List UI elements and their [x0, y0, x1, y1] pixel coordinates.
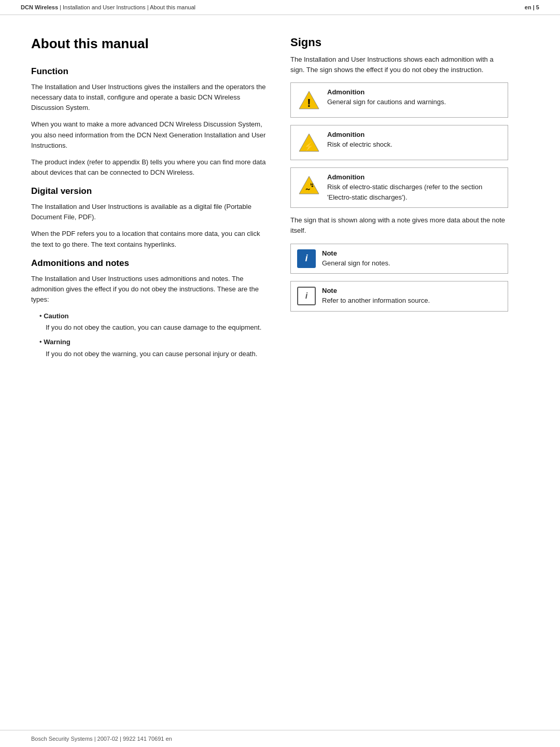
signs-intro: The Installation and User Instructions s…	[290, 54, 508, 75]
admonition2-desc: Risk of electric shock.	[327, 139, 393, 150]
admonitions-heading: Admonitions and notes	[31, 258, 270, 269]
function-para3: The product index (refer to appendix B) …	[31, 157, 270, 178]
svg-text:⚡: ⚡	[304, 142, 314, 151]
admonition1-label: Admonition	[327, 88, 446, 96]
admonition-text-1: Admonition General sign for cautions and…	[327, 88, 446, 107]
brand-name: DCN Wireless	[21, 4, 58, 10]
caution-label: Caution	[44, 312, 68, 320]
note-outline-icon: i	[297, 287, 316, 305]
admonitions-list: Caution If you do not obey the caution, …	[39, 311, 270, 359]
signs-heading: Signs	[290, 36, 508, 49]
note2-desc: Refer to another information source.	[322, 295, 430, 306]
footer: Bosch Security Systems | 2007-02 | 9922 …	[0, 730, 560, 747]
svg-text:!: !	[307, 96, 311, 109]
function-para1: The Installation and User Instructions g…	[31, 82, 270, 113]
note-text-2: Note Refer to another information source…	[322, 287, 430, 306]
admonition-icon-2: ⚡	[297, 131, 321, 154]
page-title: About this manual	[31, 36, 270, 52]
header-breadcrumb-text: Installation and User Instructions | Abo…	[63, 4, 195, 10]
caution-item: Caution If you do not obey the caution, …	[39, 311, 270, 333]
admonition-box-3: ～ ↯ Admonition Risk of electro-static di…	[290, 167, 508, 208]
page-info: en | 5	[525, 4, 539, 10]
warning-text: If you do not obey the warning, you can …	[46, 349, 270, 359]
admonition2-label: Admonition	[327, 131, 393, 138]
svg-text:↯: ↯	[310, 182, 314, 188]
header-bar: DCN Wireless | Installation and User Ins…	[0, 0, 560, 15]
left-column: About this manual Function The Installat…	[31, 36, 270, 368]
admonition-icon-1: !	[297, 88, 321, 112]
note-blue-icon: i	[297, 249, 316, 268]
note1-desc: General sign for notes.	[322, 258, 390, 269]
admonition1-desc: General sign for cautions and warnings.	[327, 97, 446, 107]
function-heading: Function	[31, 66, 270, 77]
warning-triangle-icon: !	[298, 89, 320, 111]
footer-text: Bosch Security Systems | 2007-02 | 9922 …	[31, 736, 172, 742]
signs-note-text: The sign that is shown along with a note…	[290, 215, 508, 236]
header-breadcrumb: DCN Wireless | Installation and User Ins…	[21, 4, 195, 10]
admonitions-para: The Installation and User Instructions u…	[31, 274, 270, 305]
admonition-text-3: Admonition Risk of electro-static discha…	[327, 173, 501, 202]
note-text-1: Note General sign for notes.	[322, 249, 390, 269]
admonition-text-2: Admonition Risk of electric shock.	[327, 131, 393, 150]
admonition3-desc: Risk of electro-static discharges (refer…	[327, 182, 501, 202]
admonition-icon-3: ～ ↯	[297, 173, 321, 197]
admonitions-body: The Installation and User Instructions u…	[31, 274, 270, 359]
main-content: About this manual Function The Installat…	[0, 15, 560, 399]
function-body: The Installation and User Instructions g…	[31, 82, 270, 178]
admonition-box-1: ! Admonition General sign for cautions a…	[290, 82, 508, 118]
digital-para2: When the PDF refers you to a location th…	[31, 229, 270, 249]
warning-label: Warning	[44, 338, 71, 346]
right-column: Signs The Installation and User Instruct…	[290, 36, 508, 368]
caution-text: If you do not obey the caution, you can …	[46, 322, 270, 333]
note2-label: Note	[322, 287, 430, 294]
digital-para1: The Installation and User Instructions i…	[31, 202, 270, 222]
note-box-1: i Note General sign for notes.	[290, 244, 508, 274]
warning-item: Warning If you do not obey the warning, …	[39, 337, 270, 359]
admonition-box-2: ⚡ Admonition Risk of electric shock.	[290, 125, 508, 160]
note1-label: Note	[322, 249, 390, 257]
electrostatic-icon: ～ ↯	[298, 174, 320, 196]
digital-body: The Installation and User Instructions i…	[31, 202, 270, 250]
note-box-2: i Note Refer to another information sour…	[290, 281, 508, 312]
electric-shock-icon: ⚡	[298, 132, 320, 153]
admonition3-label: Admonition	[327, 173, 501, 181]
digital-heading: Digital version	[31, 186, 270, 196]
function-para2: When you want to make a more advanced DC…	[31, 119, 270, 150]
